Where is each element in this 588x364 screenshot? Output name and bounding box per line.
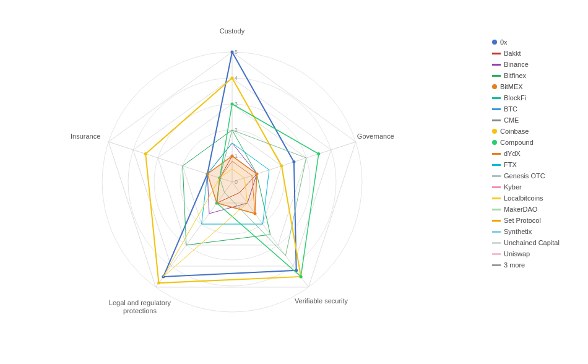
legend-item: Kyber bbox=[492, 182, 582, 192]
legend-label: Unchained Capital bbox=[504, 238, 560, 248]
legend-item: Set Protocol bbox=[492, 215, 582, 225]
legend-item: Compound bbox=[492, 137, 582, 147]
svg-text:Insurance: Insurance bbox=[71, 132, 100, 140]
legend-item: dYdX bbox=[492, 149, 582, 158]
legend-label: BlockFi bbox=[504, 93, 526, 103]
legend-label: Compound bbox=[500, 137, 534, 147]
svg-point-32 bbox=[317, 152, 320, 155]
svg-text:Verifiable security: Verifiable security bbox=[295, 297, 348, 305]
legend-item: Unchained Capital bbox=[492, 238, 582, 248]
legend-item: Synthetix bbox=[492, 227, 582, 236]
legend-label: Genesis OTC bbox=[504, 171, 545, 181]
legend-item: MakerDAO bbox=[492, 204, 582, 214]
svg-point-27 bbox=[280, 165, 283, 168]
legend-item: 3 more bbox=[492, 260, 582, 270]
radar-chart: .grid-circle { fill: none; stroke: #ddd;… bbox=[9, 9, 480, 355]
legend-label: Kyber bbox=[504, 182, 522, 192]
legend-label: Binance bbox=[504, 59, 529, 69]
legend-label: Bakkt bbox=[504, 48, 521, 58]
legend-label: Set Protocol bbox=[504, 215, 541, 225]
legend-item: FTX bbox=[492, 160, 582, 170]
legend-label: dYdX bbox=[504, 149, 521, 158]
legend-item: 0x bbox=[492, 37, 582, 47]
svg-text:Legal and regulatoryprotection: Legal and regulatoryprotections bbox=[109, 299, 171, 314]
svg-point-22 bbox=[255, 173, 258, 176]
legend-item: BlockFi bbox=[492, 93, 582, 103]
svg-text:5: 5 bbox=[235, 49, 238, 55]
svg-point-26 bbox=[231, 77, 234, 80]
svg-text:Governance: Governance bbox=[357, 132, 394, 140]
legend-label: BitMEX bbox=[500, 82, 523, 92]
svg-point-33 bbox=[300, 275, 303, 278]
legend-item: Bakkt bbox=[492, 48, 582, 58]
legend-label: Bitfinex bbox=[504, 71, 526, 80]
legend-label: CME bbox=[504, 115, 519, 125]
legend-label: BTC bbox=[504, 104, 517, 114]
legend-label: MakerDAO bbox=[504, 204, 537, 214]
svg-point-17 bbox=[292, 160, 295, 163]
legend-label: Localbitcoins bbox=[504, 193, 543, 203]
svg-point-21 bbox=[231, 155, 234, 158]
legend-item: Binance bbox=[492, 59, 582, 69]
legend-label: Uniswap bbox=[504, 249, 530, 259]
legend-item: Uniswap bbox=[492, 249, 582, 259]
legend-label: 3 more bbox=[504, 260, 525, 270]
svg-text:Custody: Custody bbox=[220, 27, 245, 35]
svg-point-31 bbox=[231, 103, 234, 106]
legend-item: BTC bbox=[492, 104, 582, 114]
legend-item: Localbitcoins bbox=[492, 193, 582, 203]
legend-area: 0xBakktBinanceBitfinexBitMEXBlockFiBTCCM… bbox=[489, 0, 588, 364]
legend-label: Synthetix bbox=[504, 227, 532, 236]
svg-point-30 bbox=[144, 152, 147, 155]
svg-point-16 bbox=[231, 51, 234, 54]
legend-label: FTX bbox=[504, 160, 517, 170]
svg-point-29 bbox=[157, 282, 160, 285]
legend-label: Coinbase bbox=[500, 126, 529, 136]
legend-item: Bitfinex bbox=[492, 71, 582, 80]
legend-item: Coinbase bbox=[492, 126, 582, 136]
legend-item: BitMEX bbox=[492, 82, 582, 92]
legend-item: Genesis OTC bbox=[492, 171, 582, 181]
chart-area: .grid-circle { fill: none; stroke: #ddd;… bbox=[0, 0, 489, 364]
legend-label: 0x bbox=[500, 37, 508, 47]
legend-item: CME bbox=[492, 115, 582, 125]
svg-text:4: 4 bbox=[235, 75, 238, 81]
